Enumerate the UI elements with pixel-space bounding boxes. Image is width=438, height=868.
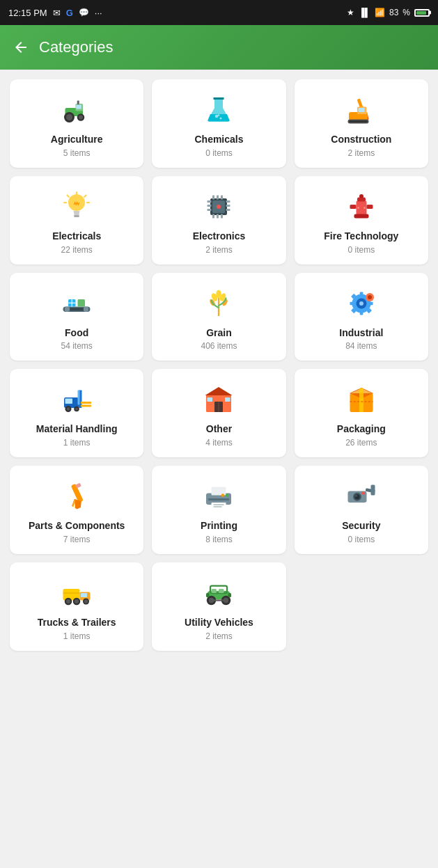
category-count-grain: 406 items (201, 341, 237, 351)
svg-point-74 (368, 295, 372, 299)
category-count-security: 0 items (347, 535, 375, 544)
category-name-food: Food (65, 327, 88, 339)
category-count-material-handling: 1 items (63, 438, 91, 448)
svg-rect-44 (366, 205, 373, 209)
category-name-chemicals: Chemicals (194, 134, 243, 145)
category-card-material-handling[interactable]: Material Handling1 items (10, 369, 143, 457)
category-count-electricals: 22 items (61, 245, 92, 255)
svg-point-10 (218, 114, 220, 116)
category-name-grain: Grain (206, 327, 232, 339)
svg-rect-91 (359, 388, 363, 413)
svg-rect-37 (226, 205, 230, 207)
category-name-trucks-trailers: Trucks & Trailers (38, 617, 116, 629)
category-count-trucks-trailers: 1 items (63, 631, 91, 641)
category-count-fire-technology: 0 items (347, 245, 375, 255)
status-bar: 12:15 PM ✉ G 💬 ··· ★ ▐▌ 📶 83 % (0, 0, 438, 25)
category-name-material-handling: Material Handling (36, 423, 118, 435)
more-icon: ··· (95, 8, 102, 18)
svg-rect-36 (226, 200, 230, 203)
svg-point-42 (359, 194, 363, 198)
category-card-printing[interactable]: Printing8 items (152, 466, 286, 554)
category-name-security: Security (342, 520, 380, 532)
category-name-fire-technology: Fire Technology (324, 230, 398, 242)
category-count-other: 4 items (205, 438, 233, 448)
chemicals-icon (201, 92, 237, 128)
trucks-trailers-icon (58, 575, 95, 611)
category-card-industrial[interactable]: Industrial84 items (295, 273, 428, 361)
category-count-industrial: 84 items (345, 341, 377, 351)
svg-point-3 (66, 114, 72, 120)
svg-rect-31 (217, 214, 219, 218)
category-name-electricals: Electricals (52, 230, 101, 242)
construction-icon (343, 92, 380, 128)
category-count-agriculture: 5 items (63, 148, 91, 158)
svg-rect-88 (208, 397, 213, 402)
category-name-electronics: Electronics (193, 230, 245, 242)
back-button[interactable] (13, 39, 29, 56)
google-icon: G (66, 8, 73, 18)
svg-rect-78 (81, 402, 91, 404)
svg-point-84 (75, 408, 78, 411)
svg-rect-132 (206, 593, 210, 597)
category-card-other[interactable]: Other4 items (152, 369, 286, 457)
industrial-icon (343, 285, 380, 322)
svg-point-119 (75, 599, 79, 603)
battery-icon (414, 9, 430, 17)
svg-point-5 (79, 116, 83, 120)
msg-icon: 💬 (79, 8, 89, 17)
category-count-printing: 8 items (205, 535, 233, 544)
svg-rect-7 (76, 105, 81, 109)
food-icon (58, 285, 95, 322)
category-card-utility-vehicles[interactable]: Utility Vehicles2 items (152, 562, 286, 651)
svg-rect-67 (368, 301, 373, 305)
category-card-fire-technology[interactable]: Fire Technology0 items (295, 176, 428, 265)
svg-point-109 (355, 495, 357, 497)
svg-rect-53 (78, 299, 86, 307)
svg-point-102 (226, 494, 229, 497)
svg-rect-126 (219, 589, 224, 593)
category-name-agriculture: Agriculture (51, 134, 103, 145)
svg-point-9 (220, 118, 222, 120)
svg-rect-19 (74, 215, 79, 217)
category-card-agriculture[interactable]: Agriculture5 items (10, 79, 143, 168)
svg-point-47 (363, 207, 366, 209)
category-card-electronics[interactable]: Electronics2 items (152, 176, 286, 265)
svg-rect-30 (212, 214, 214, 218)
svg-rect-33 (208, 200, 212, 203)
category-count-packaging: 26 items (345, 438, 377, 448)
packaging-icon (343, 381, 380, 418)
svg-rect-17 (349, 120, 368, 123)
electronics-icon (201, 189, 237, 225)
fire-technology-icon (343, 189, 380, 225)
category-card-parts-components[interactable]: Parts & Components7 items (10, 466, 143, 554)
signal-icon: ▐▌ (359, 8, 370, 17)
svg-point-121 (84, 599, 88, 603)
category-card-grain[interactable]: Grain406 items (152, 273, 286, 361)
category-card-chemicals[interactable]: Chemicals0 items (152, 79, 286, 168)
svg-rect-101 (208, 498, 229, 500)
category-count-food: 54 items (61, 341, 92, 351)
svg-rect-32 (221, 214, 223, 218)
category-card-construction[interactable]: Construction2 items (295, 79, 428, 168)
bluetooth-icon: ★ (347, 8, 354, 17)
category-grid: Agriculture5 items Chemicals0 items Cons… (0, 70, 438, 668)
svg-rect-45 (354, 214, 368, 218)
category-card-electricals[interactable]: Electricals22 items (10, 176, 143, 265)
svg-point-46 (357, 207, 359, 209)
category-card-food[interactable]: Food54 items (10, 273, 143, 361)
utility-vehicles-icon (201, 575, 237, 611)
agriculture-icon (58, 92, 95, 128)
svg-point-117 (66, 599, 70, 603)
svg-point-51 (84, 306, 89, 312)
svg-rect-6 (77, 101, 79, 105)
category-count-parts-components: 7 items (63, 535, 91, 544)
svg-rect-133 (228, 593, 232, 597)
printing-icon (201, 478, 237, 514)
category-card-packaging[interactable]: Packaging26 items (295, 369, 428, 457)
category-card-security[interactable]: Security0 items (295, 466, 428, 554)
svg-point-103 (221, 494, 225, 497)
electricals-icon (58, 189, 95, 225)
svg-rect-28 (217, 195, 219, 199)
category-card-trucks-trailers[interactable]: Trucks & Trailers1 items (10, 562, 143, 651)
category-name-printing: Printing (201, 520, 237, 532)
